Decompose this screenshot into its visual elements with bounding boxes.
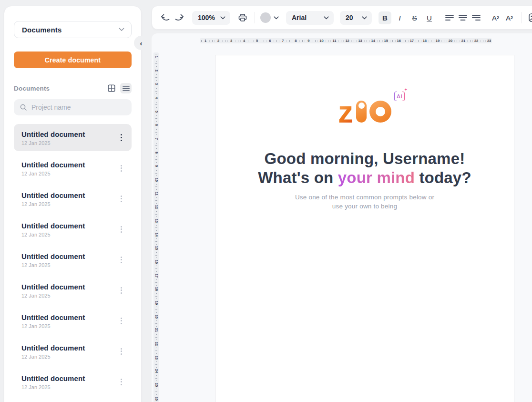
document-list-item[interactable]: Untitled document12 Jan 2025 — [14, 307, 132, 334]
ruler-number: 11 — [333, 38, 337, 43]
ruler-number: 1 — [205, 38, 206, 43]
document-date: 12 Jan 2025 — [21, 354, 85, 360]
document-list-item[interactable]: Untitled document12 Jan 2025 — [14, 216, 132, 243]
kebab-menu-button[interactable] — [118, 316, 125, 326]
toolbar-divider — [255, 12, 255, 23]
kebab-menu-button[interactable] — [118, 346, 125, 357]
ruler-number: 7 — [154, 138, 158, 140]
vertical-ruler: 1234567891011121314151617181920212223242… — [153, 52, 159, 402]
ruler-number: 20 — [449, 38, 452, 43]
ruler-number: 19 — [154, 301, 158, 305]
insert-image-button[interactable] — [527, 11, 532, 24]
zoom-select[interactable]: 100% — [192, 11, 230, 25]
kebab-menu-button[interactable] — [118, 285, 125, 296]
document-item-text: Untitled document12 Jan 2025 — [21, 343, 85, 360]
greeting-line-1: Good morning, Username! — [215, 149, 514, 168]
document-title: Untitled document — [21, 343, 85, 352]
ruler-number: 6 — [154, 124, 158, 126]
kebab-menu-button[interactable] — [118, 224, 125, 235]
ruler-number: 7 — [282, 38, 284, 43]
ruler-number: 21 — [461, 38, 465, 43]
ruler-number: 17 — [154, 273, 158, 277]
document-list-item[interactable]: Untitled document12 Jan 2025 — [14, 368, 132, 395]
print-button[interactable] — [236, 11, 249, 24]
document-list-item[interactable]: Untitled document12 Jan 2025 — [14, 246, 132, 273]
ruler-number: 24 — [154, 369, 158, 373]
document-item-text: Untitled document12 Jan 2025 — [21, 374, 85, 390]
document-list-item[interactable]: Untitled document12 Jan 2025 — [14, 277, 132, 304]
kebab-menu-button[interactable] — [118, 255, 125, 265]
ruler-number: 15 — [384, 38, 388, 43]
ruler-number: 12 — [345, 38, 349, 43]
ruler-number: 3 — [154, 83, 158, 85]
document-list-item[interactable]: Untitled document12 Jan 2025 — [14, 185, 132, 212]
kebab-menu-button[interactable] — [118, 194, 125, 204]
ruler-number: 5 — [154, 111, 158, 113]
font-size-value: 20 — [346, 14, 353, 21]
align-center-button[interactable] — [457, 11, 469, 24]
search-field — [14, 99, 132, 115]
ruler-number: 13 — [154, 219, 158, 223]
ai-badge-brackets — [394, 92, 405, 101]
subtitle-line-2: use your own to being — [215, 202, 514, 211]
document-page[interactable]: z AI ✦ Good morning, Username! What's on… — [215, 55, 514, 402]
document-title: Untitled document — [21, 282, 85, 291]
document-list-item[interactable]: Untitled document12 Jan 2025 — [14, 124, 132, 151]
document-title: Untitled document — [21, 252, 85, 261]
zoom-value: 100% — [198, 14, 215, 21]
redo-button[interactable] — [173, 11, 185, 24]
greeting-heading: Good morning, Username! What's on your m… — [215, 149, 514, 187]
document-title: Untitled document — [21, 191, 85, 200]
kebab-menu-button[interactable] — [118, 132, 125, 144]
undo-button[interactable] — [159, 11, 171, 24]
font-size-select[interactable]: 20 — [340, 11, 372, 25]
greeting-line2-highlight: your mind — [338, 169, 415, 186]
create-document-button[interactable]: Create document — [14, 52, 132, 68]
ai-badge: AI ✦ — [393, 90, 406, 103]
subscript-letter: A — [506, 14, 511, 22]
italic-button[interactable]: I — [393, 11, 406, 24]
underline-button[interactable]: U — [423, 11, 436, 24]
workspace-selector-label: Documents — [22, 26, 61, 34]
search-input[interactable] — [31, 103, 126, 111]
search-icon — [20, 103, 27, 111]
superscript-button[interactable]: A2 — [489, 11, 502, 24]
ruler-number: 16 — [154, 260, 158, 264]
list-view-icon[interactable] — [120, 83, 132, 93]
document-date: 12 Jan 2025 — [21, 323, 85, 329]
align-right-button[interactable] — [470, 11, 482, 24]
workspace-selector[interactable]: Documents — [14, 21, 132, 38]
align-left-button[interactable] — [443, 11, 456, 24]
document-item-text: Untitled document12 Jan 2025 — [21, 282, 85, 299]
ruler-number: 9 — [307, 38, 309, 43]
ruler-number: 4 — [154, 97, 158, 99]
chevron-down-icon[interactable] — [274, 16, 279, 20]
ruler-number: 8 — [154, 152, 158, 154]
ruler-number: 25 — [154, 383, 158, 387]
document-list-item[interactable]: Untitled document12 Jan 2025 — [14, 338, 132, 365]
document-date: 12 Jan 2025 — [21, 232, 85, 237]
strikethrough-button[interactable]: S — [408, 11, 421, 24]
greeting-line2-suffix: today? — [415, 169, 471, 186]
ruler-number: 12 — [154, 205, 158, 209]
font-family-select[interactable]: Arial — [286, 11, 334, 25]
chevron-down-icon — [220, 16, 225, 20]
align-center-icon — [459, 14, 467, 21]
text-color-swatch[interactable] — [260, 12, 271, 23]
document-list-item[interactable]: Untitled document12 Jan 2025 — [14, 155, 132, 182]
ruler-number: 16 — [397, 38, 401, 43]
ruler-number: 6 — [269, 38, 271, 43]
ruler-number: 15 — [154, 246, 158, 250]
subscript-button[interactable]: A2 — [503, 11, 516, 24]
document-list: Untitled document12 Jan 2025Untitled doc… — [14, 124, 132, 399]
kebab-menu-button[interactable] — [118, 377, 125, 387]
document-title: Untitled document — [21, 160, 85, 169]
ruler-number: 23 — [154, 355, 158, 359]
bold-button[interactable]: B — [379, 11, 391, 24]
chevron-down-icon — [362, 16, 367, 20]
grid-view-icon[interactable] — [106, 83, 117, 93]
undo-icon — [160, 14, 170, 21]
document-title: Untitled document — [21, 130, 85, 139]
kebab-menu-button[interactable] — [118, 163, 125, 174]
sidebar-collapse-button[interactable]: ‹ — [134, 36, 148, 50]
